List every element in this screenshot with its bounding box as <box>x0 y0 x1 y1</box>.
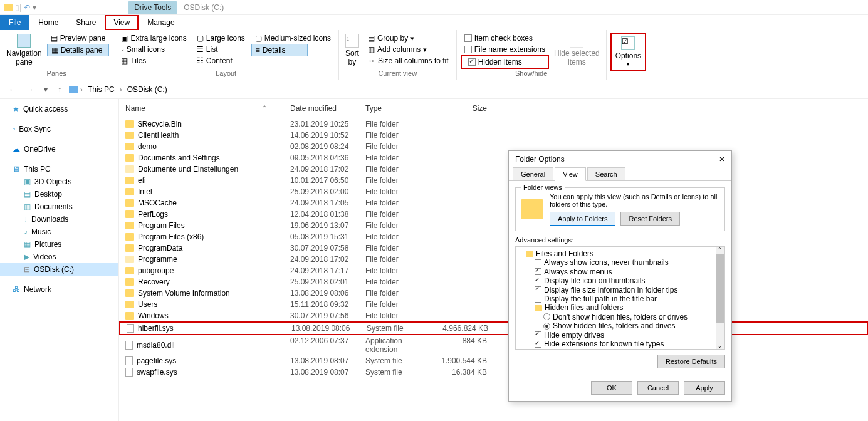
hide-selected-button[interactable]: Hide selected items <box>552 33 602 68</box>
large-icons-button[interactable]: ▢Large icons <box>193 33 249 44</box>
nav-network[interactable]: 🖧Network <box>0 283 118 296</box>
preview-pane-button[interactable]: ▤Preview pane <box>47 33 110 44</box>
small-icons-button[interactable]: ▫Small icons <box>117 44 190 55</box>
quickaccess-icon[interactable]: ▯| <box>15 3 21 12</box>
nav-desktop[interactable]: ▤Desktop <box>0 188 118 200</box>
extra-large-icons-button[interactable]: ▣Extra large icons <box>117 33 190 44</box>
size-columns-button[interactable]: ↔Size all columns to fit <box>364 55 452 66</box>
chevron-right-icon[interactable]: › <box>120 85 122 94</box>
ok-button[interactable]: OK <box>591 381 632 395</box>
nav-quick-access[interactable]: ★Quick access <box>0 103 118 115</box>
back-button[interactable]: ← <box>6 84 19 95</box>
file-row[interactable]: msdia80.dll02.12.2006 07:37Application e… <box>119 335 868 355</box>
nav-documents[interactable]: ▥Documents <box>0 200 118 213</box>
file-row[interactable]: PerfLogs12.04.2018 01:38File folder <box>119 209 868 220</box>
undo-icon[interactable]: ↶ <box>24 3 30 12</box>
reset-folders-button[interactable]: Reset Folders <box>620 212 679 226</box>
file-extensions-toggle[interactable]: File name extensions <box>461 44 549 55</box>
medium-icons-button[interactable]: ▢Medium-sized icons <box>251 33 335 44</box>
tab-share[interactable]: Share <box>67 15 105 30</box>
tab-view[interactable]: View <box>105 15 139 30</box>
tiles-button[interactable]: ▦Tiles <box>117 55 190 66</box>
nav-videos[interactable]: ▶Videos <box>0 251 118 263</box>
breadcrumb-disk[interactable]: OSDisk (C:) <box>125 84 170 95</box>
advanced-setting-checkbox[interactable]: Hide empty drives <box>518 331 722 340</box>
file-row[interactable]: Recovery25.09.2018 02:01File folder <box>119 276 868 288</box>
close-icon[interactable]: ✕ <box>719 155 725 164</box>
radio-dont-show-hidden[interactable]: Don't show hidden files, folders or driv… <box>518 313 722 321</box>
details-pane-button[interactable]: ▦Details pane <box>47 44 110 56</box>
file-row[interactable]: hiberfil.sys13.08.2019 08:06System file4… <box>119 321 868 335</box>
file-row[interactable]: $Recycle.Bin23.01.2019 10:25File folder <box>119 118 868 130</box>
nav-this-pc[interactable]: 🖥This PC <box>0 163 118 175</box>
file-row[interactable]: Program Files (x86)05.08.2019 15:31File … <box>119 231 868 242</box>
apply-to-folders-button[interactable]: Apply to Folders <box>550 212 615 226</box>
hidden-items-toggle[interactable]: Hidden items <box>464 56 545 68</box>
file-row[interactable]: Programme24.09.2018 17:02File folder <box>119 254 868 265</box>
dialog-tab-search[interactable]: Search <box>587 167 625 180</box>
nav-music[interactable]: ♪Music <box>0 226 118 238</box>
group-by-button[interactable]: ▤Group by ▾ <box>364 33 452 44</box>
nav-box-sync[interactable]: ▫Box Sync <box>0 123 118 135</box>
advanced-setting-checkbox[interactable]: Display file icon on thumbnails <box>518 276 722 285</box>
list-button[interactable]: ☰List <box>193 44 249 55</box>
chevron-right-icon[interactable]: › <box>80 85 83 94</box>
advanced-setting-checkbox[interactable]: Hide extensions for known file types <box>518 340 722 348</box>
file-row[interactable]: Program Files19.06.2019 13:07File folder <box>119 220 868 231</box>
nav-downloads[interactable]: ↓Downloads <box>0 213 118 226</box>
tab-file[interactable]: File <box>0 15 29 30</box>
col-date[interactable]: Date modified <box>285 101 360 115</box>
sort-by-button[interactable]: ↕ Sort by <box>343 33 362 68</box>
up-button[interactable]: ↑ <box>55 84 64 95</box>
radio-show-hidden[interactable]: Show hidden files, folders and drives <box>518 321 722 330</box>
advanced-settings-tree[interactable]: Files and Folders Always show icons, nev… <box>515 246 725 350</box>
dropdown-icon[interactable]: ▾ <box>33 3 36 12</box>
options-button[interactable]: ☑ Options ▾ <box>613 35 644 68</box>
restore-defaults-button[interactable]: Restore Defaults <box>657 355 725 368</box>
file-row[interactable]: Users15.11.2018 09:32File folder <box>119 299 868 310</box>
file-row[interactable]: demo02.08.2019 08:24File folder <box>119 141 868 152</box>
advanced-setting-checkbox[interactable]: Display file size information in folder … <box>518 286 722 294</box>
forward-button[interactable]: → <box>24 84 36 95</box>
apply-button[interactable]: Apply <box>684 381 725 395</box>
file-row[interactable]: Dokumente und Einstellungen24.09.2018 17… <box>119 164 868 175</box>
file-row[interactable]: swapfile.sys13.08.2019 08:07System file1… <box>119 366 868 378</box>
advanced-setting-checkbox[interactable]: Display the full path in the title bar <box>518 294 722 303</box>
scrollbar[interactable]: ⌃⌄ <box>716 247 724 349</box>
file-row[interactable]: Intel25.09.2018 02:00File folder <box>119 186 868 197</box>
tab-home[interactable]: Home <box>29 15 67 30</box>
advanced-setting-checkbox[interactable]: Hide folder merge conflicts <box>518 348 722 350</box>
nav-onedrive[interactable]: ☁OneDrive <box>0 143 118 155</box>
advanced-setting-checkbox[interactable]: Always show icons, never thumbnails <box>518 258 722 267</box>
add-columns-button[interactable]: ▥Add columns ▾ <box>364 44 452 55</box>
file-row[interactable]: pubgroupe24.09.2018 17:17File folder <box>119 265 868 276</box>
col-size[interactable]: Size <box>436 101 492 115</box>
file-row[interactable]: MSOCache24.09.2018 17:05File folder <box>119 197 868 209</box>
recent-dropdown[interactable]: ▾ <box>41 84 50 95</box>
col-type[interactable]: Type <box>360 101 436 115</box>
file-row[interactable]: ClientHealth14.06.2019 10:52File folder <box>119 130 868 141</box>
dialog-tab-general[interactable]: General <box>513 167 553 180</box>
tab-manage[interactable]: Manage <box>139 15 183 30</box>
advanced-setting-checkbox[interactable]: Always show menus <box>518 268 722 276</box>
nav-3d-objects[interactable]: ▣3D Objects <box>0 175 118 188</box>
file-row[interactable]: ProgramData30.07.2019 07:58File folder <box>119 242 868 254</box>
drive-tools-tab[interactable]: Drive Tools <box>128 1 177 14</box>
nav-osdisk[interactable]: ⊟OSDisk (C:) <box>0 263 118 276</box>
item-check-boxes-toggle[interactable]: Item check boxes <box>461 33 549 44</box>
col-name[interactable]: Name ⌃ <box>119 101 285 115</box>
file-row[interactable]: Windows30.07.2019 07:56File folder <box>119 310 868 321</box>
file-row[interactable]: pagefile.sys13.08.2019 08:07System file1… <box>119 355 868 366</box>
dialog-tab-view[interactable]: View <box>555 167 586 181</box>
file-row[interactable]: System Volume Information13.08.2019 08:0… <box>119 288 868 299</box>
content-button[interactable]: ☷Content <box>193 55 249 66</box>
nav-pictures[interactable]: ▦Pictures <box>0 238 118 251</box>
file-row[interactable]: efi10.01.2017 06:50File folder <box>119 175 868 186</box>
navigation-pane-button[interactable]: Navigation pane <box>4 33 44 68</box>
breadcrumb-thispc[interactable]: This PC <box>85 84 117 95</box>
details-view-button[interactable]: ≡Details <box>251 44 308 56</box>
breadcrumb[interactable]: › This PC › OSDisk (C:) <box>69 84 170 95</box>
file-row[interactable]: Documents and Settings09.05.2018 04:36Fi… <box>119 152 868 164</box>
dialog-title: Folder Options <box>515 155 565 164</box>
cancel-button[interactable]: Cancel <box>637 381 679 395</box>
